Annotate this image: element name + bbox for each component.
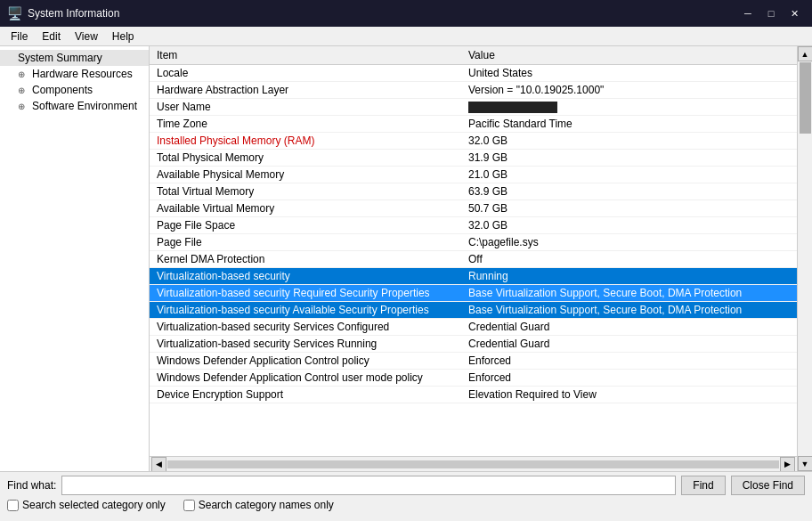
table-row: Available Physical Memory21.0 GB xyxy=(150,167,797,183)
table-cell-item: Virtualization-based security Services C… xyxy=(150,319,461,336)
table-cell-value: 63.9 GB xyxy=(461,183,797,200)
table-cell-value: United States xyxy=(461,65,797,82)
maximize-button[interactable]: □ xyxy=(760,4,782,22)
table-cell-value: 21.0 GB xyxy=(461,167,797,183)
vertical-scrollbar[interactable]: ▲ ▼ xyxy=(797,46,812,471)
menu-edit[interactable]: Edit xyxy=(35,28,68,45)
find-row: Find what: Find Close Find xyxy=(7,476,805,495)
scroll-down-button[interactable]: ▼ xyxy=(798,456,813,471)
col-header-value: Value xyxy=(461,46,797,65)
title-bar: 🖥️ System Information ─ □ ✕ xyxy=(0,0,812,27)
table-row: Virtualization-based security Services R… xyxy=(150,336,797,353)
scroll-right-button[interactable]: ▶ xyxy=(780,457,795,472)
table-cell-value: 31.9 GB xyxy=(461,150,797,167)
sidebar-label-hardware-resources: Hardware Resources xyxy=(32,68,133,80)
minimize-button[interactable]: ─ xyxy=(737,4,759,22)
table-cell-item: Kernel DMA Protection xyxy=(150,251,461,268)
table-row: Available Virtual Memory50.7 GB xyxy=(150,200,797,217)
table-row: Device Encryption SupportElevation Requi… xyxy=(150,387,797,403)
expand-icon-hardware: ⊕ xyxy=(18,69,32,79)
data-table: Item Value LocaleUnited StatesHardware A… xyxy=(150,46,797,403)
table-cell-value: 50.7 GB xyxy=(461,200,797,217)
checkbox-selected-category[interactable]: Search selected category only xyxy=(7,499,166,511)
table-cell-value: C:\pagefile.sys xyxy=(461,234,797,251)
menu-help[interactable]: Help xyxy=(105,28,142,45)
table-row: Page File Space32.0 GB xyxy=(150,217,797,234)
table-cell-value: Enforced xyxy=(461,353,797,370)
table-cell-value: Elevation Required to View xyxy=(461,387,797,403)
table-cell-item: Total Physical Memory xyxy=(150,150,461,167)
table-cell-item: Hardware Abstraction Layer xyxy=(150,82,461,99)
sidebar-item-hardware-resources[interactable]: ⊕ Hardware Resources xyxy=(0,66,149,82)
table-cell-item: User Name xyxy=(150,99,461,116)
find-label: Find what: xyxy=(7,479,56,492)
menu-view[interactable]: View xyxy=(68,28,105,45)
scroll-thumb[interactable] xyxy=(800,62,811,134)
content-table-container[interactable]: Item Value LocaleUnited StatesHardware A… xyxy=(150,46,797,456)
table-cell-item: Windows Defender Application Control use… xyxy=(150,370,461,387)
table-row: Time ZonePacific Standard Time xyxy=(150,116,797,133)
checkbox-category-names-input[interactable] xyxy=(183,500,195,511)
main-layout: System Summary ⊕ Hardware Resources ⊕ Co… xyxy=(0,46,812,471)
table-row: Windows Defender Application Control use… xyxy=(150,370,797,387)
col-header-item: Item xyxy=(150,46,461,65)
table-cell-value: Pacific Standard Time xyxy=(461,116,797,133)
table-row: Virtualization-based security Services C… xyxy=(150,319,797,336)
find-input[interactable] xyxy=(61,476,676,495)
app-icon: 🖥️ xyxy=(7,6,22,20)
table-cell-item: Locale xyxy=(150,65,461,82)
title-text: System Information xyxy=(28,7,737,20)
table-cell-item: Virtualization-based security xyxy=(150,268,461,285)
table-cell-item: Available Physical Memory xyxy=(150,167,461,183)
sidebar: System Summary ⊕ Hardware Resources ⊕ Co… xyxy=(0,46,150,471)
table-cell-item: Page File Space xyxy=(150,217,461,234)
sidebar-label-system-summary: System Summary xyxy=(18,52,102,64)
checkbox-category-names-label: Search category names only xyxy=(199,499,334,511)
table-cell-value: Enforced xyxy=(461,370,797,387)
sidebar-item-components[interactable]: ⊕ Components xyxy=(0,82,149,98)
table-row: Virtualization-based securityRunning xyxy=(150,268,797,285)
menu-file[interactable]: File xyxy=(4,28,35,45)
close-find-button[interactable]: Close Find xyxy=(731,476,805,495)
table-row: Hardware Abstraction LayerVersion = "10.… xyxy=(150,82,797,99)
scroll-up-button[interactable]: ▲ xyxy=(798,46,813,61)
table-cell-item: Virtualization-based security Services R… xyxy=(150,336,461,353)
checkbox-category-names[interactable]: Search category names only xyxy=(183,499,334,511)
table-cell-value: 32.0 GB xyxy=(461,133,797,150)
table-cell-item: Page File xyxy=(150,234,461,251)
table-row: Page FileC:\pagefile.sys xyxy=(150,234,797,251)
table-cell-item: Time Zone xyxy=(150,116,461,133)
close-button[interactable]: ✕ xyxy=(784,4,805,22)
scroll-left-button[interactable]: ◀ xyxy=(151,457,166,472)
find-button[interactable]: Find xyxy=(681,476,725,495)
table-row: LocaleUnited States xyxy=(150,65,797,82)
table-row: Virtualization-based security Required S… xyxy=(150,285,797,302)
table-row: Total Physical Memory31.9 GB xyxy=(150,150,797,167)
expand-icon-components: ⊕ xyxy=(18,85,32,95)
table-row: Virtualization-based security Available … xyxy=(150,302,797,319)
sidebar-item-software-environment[interactable]: ⊕ Software Environment xyxy=(0,98,149,114)
table-cell-item: Virtualization-based security Available … xyxy=(150,302,461,319)
table-cell-value: Running xyxy=(461,268,797,285)
table-cell-value: Base Virtualization Support, Secure Boot… xyxy=(461,285,797,302)
table-cell-value: Credential Guard xyxy=(461,336,797,353)
table-row: Total Virtual Memory63.9 GB xyxy=(150,183,797,200)
table-cell-item: Virtualization-based security Required S… xyxy=(150,285,461,302)
table-cell-value: Credential Guard xyxy=(461,319,797,336)
table-cell-value xyxy=(461,99,797,116)
scroll-track[interactable] xyxy=(167,460,779,468)
sidebar-label-software-environment: Software Environment xyxy=(32,100,137,112)
checkbox-selected-category-input[interactable] xyxy=(7,500,19,511)
table-cell-item: Total Virtual Memory xyxy=(150,183,461,200)
table-cell-value: 32.0 GB xyxy=(461,217,797,234)
table-cell-value: Base Virtualization Support, Secure Boot… xyxy=(461,302,797,319)
menu-bar: File Edit View Help xyxy=(0,27,812,46)
content-area: Item Value LocaleUnited StatesHardware A… xyxy=(150,46,797,471)
horizontal-scrollbar[interactable]: ◀ ▶ xyxy=(150,456,797,471)
table-row: Kernel DMA ProtectionOff xyxy=(150,251,797,268)
sidebar-item-system-summary[interactable]: System Summary xyxy=(0,50,149,66)
checkbox-selected-category-label: Search selected category only xyxy=(22,499,166,511)
table-cell-item: Available Virtual Memory xyxy=(150,200,461,217)
sidebar-label-components: Components xyxy=(32,84,93,96)
table-cell-item: Windows Defender Application Control pol… xyxy=(150,353,461,370)
